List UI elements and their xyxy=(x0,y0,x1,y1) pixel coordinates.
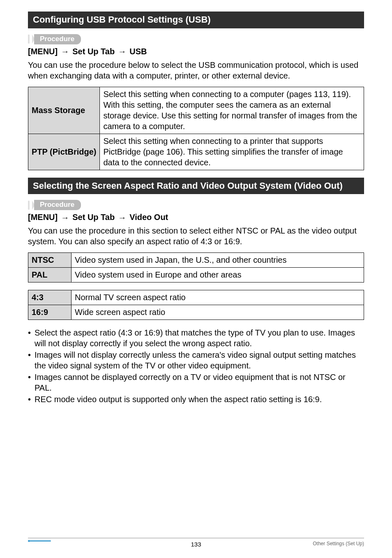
usb-option-desc: Select this setting when connecting to a… xyxy=(100,134,364,170)
menu-path-part: [MENU] xyxy=(28,213,58,222)
procedure-bar-icon xyxy=(28,35,30,44)
procedure-marker: Procedure xyxy=(28,34,364,44)
aspect-ratio-label: 16:9 xyxy=(28,305,71,320)
page-number: 133 xyxy=(191,541,201,548)
section-header-video: Selecting the Screen Aspect Ratio and Vi… xyxy=(28,178,364,194)
usb-option-desc: Select this setting when connecting to a… xyxy=(100,87,364,134)
list-item: • Images cannot be displayed correctly o… xyxy=(28,372,364,393)
usb-intro-text: You can use the procedure below to selec… xyxy=(28,60,364,81)
video-system-table: NTSC Video system used in Japan, the U.S… xyxy=(28,252,364,282)
table-row: Mass Storage Select this setting when co… xyxy=(28,87,364,134)
note-text: REC mode video output is supported only … xyxy=(35,394,322,405)
video-system-desc: Video system used in Europe and other ar… xyxy=(71,268,364,282)
table-row: 4:3 Normal TV screen aspect ratio xyxy=(28,290,364,305)
usb-option-label: PTP (PictBridge) xyxy=(28,134,100,170)
usb-option-label: Mass Storage xyxy=(28,87,100,134)
menu-path-part: USB xyxy=(129,47,147,56)
list-item: • Images will not display correctly unle… xyxy=(28,350,364,371)
table-row: PTP (PictBridge) Select this setting whe… xyxy=(28,134,364,170)
arrow-right-icon: → xyxy=(61,213,69,222)
video-intro-text: You can use the procedure in this sectio… xyxy=(28,225,364,247)
menu-path-video: [MENU] → Set Up Tab → Video Out xyxy=(28,213,364,222)
video-system-label: PAL xyxy=(28,268,71,282)
procedure-label: Procedure xyxy=(34,34,81,44)
menu-path-part: [MENU] xyxy=(28,47,58,56)
menu-path-part: Set Up Tab xyxy=(72,47,115,56)
usb-settings-table: Mass Storage Select this setting when co… xyxy=(28,87,364,170)
aspect-ratio-desc: Wide screen aspect ratio xyxy=(71,305,364,320)
procedure-label: Procedure xyxy=(34,200,81,210)
procedure-marker: Procedure xyxy=(28,200,364,210)
bullet-icon: • xyxy=(28,372,35,393)
section-header-usb: Configuring USB Protocol Settings (USB) xyxy=(28,12,364,28)
bullet-icon: • xyxy=(28,350,35,371)
notes-list: • Select the aspect ratio (4:3 or 16:9) … xyxy=(28,327,364,405)
menu-path-part: Video Out xyxy=(129,213,168,222)
table-row: 16:9 Wide screen aspect ratio xyxy=(28,305,364,320)
table-row: NTSC Video system used in Japan, the U.S… xyxy=(28,253,364,268)
document-page: Configuring USB Protocol Settings (USB) … xyxy=(0,0,392,558)
procedure-bar-icon xyxy=(28,201,30,210)
aspect-ratio-label: 4:3 xyxy=(28,290,71,305)
menu-path-usb: [MENU] → Set Up Tab → USB xyxy=(28,47,364,56)
menu-path-part: Set Up Tab xyxy=(72,213,115,222)
arrow-right-icon: → xyxy=(118,213,126,222)
note-text: Select the aspect ratio (4:3 or 16:9) th… xyxy=(35,327,364,349)
aspect-ratio-table: 4:3 Normal TV screen aspect ratio 16:9 W… xyxy=(28,290,364,320)
list-item: • Select the aspect ratio (4:3 or 16:9) … xyxy=(28,327,364,349)
footer-section-name: Other Settings (Set Up) xyxy=(313,541,364,546)
aspect-ratio-desc: Normal TV screen aspect ratio xyxy=(71,290,364,305)
note-text: Images will not display correctly unless… xyxy=(35,350,364,371)
page-footer: 133 Other Settings (Set Up) xyxy=(28,538,364,546)
bullet-icon: • xyxy=(28,394,35,405)
video-system-desc: Video system used in Japan, the U.S., an… xyxy=(71,253,364,268)
arrow-right-icon: → xyxy=(118,47,126,56)
bullet-icon: • xyxy=(28,327,35,349)
video-system-label: NTSC xyxy=(28,253,71,268)
table-row: PAL Video system used in Europe and othe… xyxy=(28,268,364,282)
list-item: • REC mode video output is supported onl… xyxy=(28,394,364,405)
arrow-right-icon: → xyxy=(61,47,69,56)
note-text: Images cannot be displayed correctly on … xyxy=(35,372,364,393)
